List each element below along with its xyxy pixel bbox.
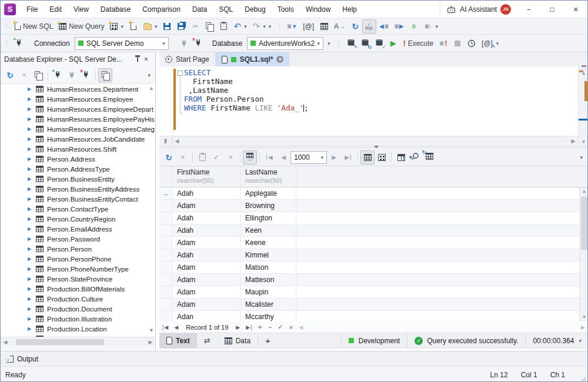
tree-scroll-left-icon[interactable]: ◀	[1, 339, 10, 345]
tree-item[interactable]: ▶Person.StateProvince	[1, 274, 155, 284]
cancel-changes-button[interactable]: ×	[223, 150, 238, 165]
grid-scrollbar-thumb[interactable]	[581, 197, 588, 250]
record-first-icon[interactable]: ◀	[159, 324, 171, 330]
expand-chevron-icon[interactable]: ▶	[28, 126, 32, 132]
tree-item[interactable]: ▶Production.Illustration	[1, 314, 155, 324]
sql-syntax-check-button[interactable]: ✓SQL	[362, 19, 376, 33]
tree-scroll-up-icon[interactable]: ▲	[149, 85, 154, 91]
tree-item[interactable]: ▶HumanResources.Shift	[1, 144, 155, 154]
go-to-button[interactable]	[317, 19, 331, 33]
tree-item[interactable]: ▶Production.Culture	[1, 294, 155, 304]
expand-chevron-icon[interactable]: ▶	[28, 266, 32, 272]
expand-chevron-icon[interactable]: ▶	[28, 176, 32, 182]
new-connection-button[interactable]: +	[12, 36, 26, 51]
apply-changes-button[interactable]: ✓	[209, 150, 223, 165]
expand-chevron-icon[interactable]: ▶	[28, 326, 32, 331]
menu-view[interactable]: View	[68, 1, 95, 18]
grid-cell[interactable]: Matson	[240, 262, 296, 273]
query-history-button[interactable]	[465, 36, 479, 51]
grid-cell[interactable]: Kimmel	[240, 249, 296, 261]
editor-vertical-scrollbar[interactable]: ▲ ▼	[578, 62, 588, 146]
tab-sql1[interactable]: SQL1.sql* ×	[216, 52, 290, 66]
open-file-button[interactable]: ▾	[141, 19, 161, 33]
column-header-lastname[interactable]: LastName nvarchar(50)	[240, 166, 296, 187]
execute-button[interactable]: ! Execute	[400, 36, 436, 51]
toolbar-grip-2[interactable]: ⋮	[274, 22, 284, 30]
grid-cell[interactable]: Keen	[240, 224, 296, 236]
code-line[interactable]: SELECT	[184, 68, 578, 77]
new-sql-button[interactable]: New SQL	[12, 19, 56, 33]
next-page-button[interactable]: ▶	[327, 150, 341, 165]
row-selector[interactable]	[159, 262, 172, 273]
table-row[interactable]: AdahKeen	[159, 224, 588, 237]
explorer-windows-button[interactable]	[31, 68, 45, 82]
comment-button[interactable]: ≡	[406, 19, 420, 33]
tree-item[interactable]: ▶Person.PhoneNumberType	[1, 264, 155, 274]
results-grid[interactable]: FirstName nvarchar(50) LastName nvarchar…	[159, 166, 588, 321]
tree-item[interactable]: ▶Person.EmailAddress	[1, 224, 155, 234]
connection-select-arrow[interactable]: ▾	[162, 41, 165, 46]
results-stop-button[interactable]: ×	[176, 150, 190, 165]
uncomment-button[interactable]: ≡!	[420, 19, 435, 33]
menu-database[interactable]: Database	[95, 1, 136, 18]
expand-chevron-icon[interactable]: ▶	[28, 216, 32, 222]
expand-chevron-icon[interactable]: ▶	[28, 196, 32, 202]
cut-button[interactable]: ✂	[188, 19, 202, 33]
explorer-duplicate-button[interactable]	[98, 68, 112, 82]
add-view-button[interactable]: +	[258, 333, 278, 349]
execution-time-dropdown[interactable]: ▾	[579, 338, 582, 344]
database-select-arrow[interactable]: ▾	[318, 41, 320, 46]
last-page-button[interactable]: ▶	[341, 150, 355, 165]
connect-button[interactable]	[177, 36, 191, 51]
expand-chevron-icon[interactable]: ▶	[28, 306, 32, 311]
sql-tab-close-icon[interactable]: ×	[276, 56, 283, 63]
copy-button[interactable]	[202, 19, 216, 33]
expand-chevron-icon[interactable]: ▶	[28, 206, 32, 212]
database-history-dropdown[interactable]: ▾	[324, 41, 334, 46]
row-selector[interactable]	[159, 249, 172, 261]
table-row[interactable]: AdahKimmel	[159, 249, 588, 262]
grid-cell[interactable]: Keene	[240, 237, 296, 249]
redo-dropdown[interactable]: ▾	[263, 24, 266, 29]
rename-button[interactable]: A→	[331, 19, 348, 33]
editor-scroll-left-icon[interactable]: ◀	[172, 138, 182, 144]
expand-chevron-icon[interactable]: ▶	[28, 276, 32, 282]
grid-cell[interactable]: Adah	[172, 187, 240, 199]
tree-item[interactable]: ▶Production.Location	[1, 324, 155, 334]
tree-item[interactable]: ▶Person.BusinessEntityContact	[1, 194, 155, 204]
decrease-indent-button[interactable]: ◀≡	[376, 19, 392, 33]
code-area[interactable]: SELECT FirstName ,LastNameFROM Person.Pe…	[184, 68, 578, 112]
toolbar-overflow-dropdown[interactable]: ▾	[269, 24, 272, 29]
row-selector[interactable]	[159, 286, 172, 298]
expand-chevron-icon[interactable]: ▶	[28, 156, 32, 162]
explorer-refresh-button[interactable]: ↻	[3, 68, 17, 82]
execution-time[interactable]: 00:00:00.364 ▾	[525, 333, 588, 349]
prev-page-button[interactable]: ◀	[276, 150, 290, 165]
grid-cell[interactable]: Adam	[172, 299, 240, 310]
table-row[interactable]: AdamMatson	[159, 262, 588, 274]
redo-button[interactable]: ↷ ▾ ▾	[250, 19, 275, 33]
results-toolbar-overflow[interactable]: ▾	[580, 155, 586, 160]
grid-cell[interactable]: Adan	[172, 311, 240, 321]
table-row[interactable]: AdamMatteson	[159, 274, 588, 286]
row-selector[interactable]	[159, 212, 172, 224]
tree-item[interactable]: ▶Person.BusinessEntityAddress	[1, 184, 155, 194]
menu-debug[interactable]: Debug	[239, 1, 271, 18]
edit-parameters-button[interactable]: [@] ✎	[479, 36, 496, 51]
sql-editor[interactable]: SELECT FirstName ,LastNameFROM Person.Pe…	[159, 66, 578, 136]
table-row[interactable]: AdamMcalister	[159, 299, 588, 311]
grid-hscroll-right-icon[interactable]: ▶	[581, 324, 588, 330]
run-button[interactable]: ▶	[386, 36, 400, 51]
results-refresh-button[interactable]: ↻	[162, 150, 176, 165]
expand-chevron-icon[interactable]: ▶	[28, 86, 32, 92]
table-row[interactable]: AdamBrowning	[159, 200, 588, 212]
new-file-button[interactable]	[126, 19, 141, 33]
tab-text[interactable]: Text	[159, 333, 197, 349]
record-post-icon[interactable]: ✓	[275, 323, 286, 331]
pin-icon[interactable]	[137, 57, 138, 62]
code-line[interactable]: FirstName	[184, 77, 578, 86]
tree-item[interactable]: ▶HumanResources.Department	[1, 84, 155, 94]
record-prev-icon[interactable]: ◀	[171, 324, 181, 330]
save-all-button[interactable]	[174, 19, 188, 33]
tree-scroll-right-icon[interactable]: ▶	[146, 339, 155, 345]
